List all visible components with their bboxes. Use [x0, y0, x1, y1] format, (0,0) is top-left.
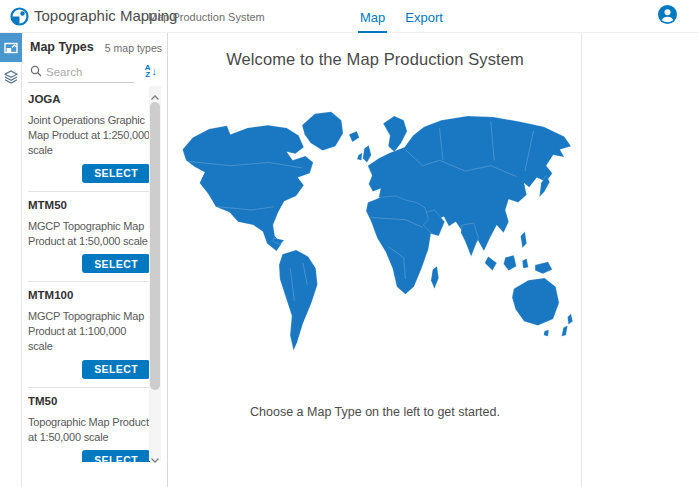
- map-type-button-row: SELECT: [28, 450, 150, 463]
- account-button[interactable]: [658, 5, 677, 24]
- map-type-item: TM50 Topographic Map Product at 1:50,000…: [28, 388, 150, 463]
- map-types-panel: Map Types 5 map types A Z ↓ JOGA Joint O…: [22, 33, 168, 487]
- sort-a-z-button[interactable]: A Z ↓: [145, 61, 157, 81]
- map-type-button-row: SELECT: [28, 254, 150, 274]
- welcome-title: Welcome to the Map Production System: [169, 50, 581, 69]
- map-type-item: MTM100 MGCP Topographic Map Product at 1…: [28, 282, 150, 388]
- welcome-panel: Welcome to the Map Production System: [169, 33, 582, 487]
- layers-icon: [4, 70, 18, 84]
- map-type-description: Joint Operations Graphic Map Product at …: [28, 113, 150, 158]
- map-type-description: MGCP Topographic Map Product at 1:100,00…: [28, 309, 150, 354]
- app-window: Topographic Mapping Map Production Syste…: [0, 0, 699, 487]
- sidebar-scrollbar[interactable]: [149, 86, 161, 461]
- map-type-item: MTM50 MGCP Topographic Map Product at 1:…: [28, 192, 150, 283]
- scroll-up-button[interactable]: [149, 86, 161, 98]
- map-type-name: JOGA: [28, 93, 150, 106]
- search-icon: [30, 65, 42, 77]
- tab-map[interactable]: Map: [358, 0, 387, 33]
- scrollbar-thumb[interactable]: [150, 102, 160, 390]
- select-button[interactable]: SELECT: [82, 164, 150, 183]
- search-field: [28, 61, 134, 83]
- scroll-down-button[interactable]: [149, 449, 161, 461]
- select-button[interactable]: SELECT: [82, 360, 150, 379]
- chevron-up-icon: [151, 95, 159, 100]
- header-tabs: Map Export: [358, 0, 445, 33]
- map-type-name: TM50: [28, 395, 150, 408]
- world-map: [177, 109, 574, 352]
- map-type-button-row: SELECT: [28, 359, 150, 379]
- account-avatar-icon: [658, 5, 677, 24]
- search-input[interactable]: [46, 66, 126, 78]
- map-type-description: MGCP Topographic Map Product at 1:50,000…: [28, 219, 150, 249]
- chevron-down-icon: [151, 458, 159, 463]
- map-types-tool-button[interactable]: [0, 33, 22, 62]
- map-type-button-row: SELECT: [28, 163, 150, 183]
- app-subtitle: Map Production System: [148, 11, 265, 23]
- app-header: Topographic Mapping Map Production Syste…: [0, 0, 699, 33]
- map-type-count: 5 map types: [105, 42, 162, 54]
- map-type-name: MTM50: [28, 199, 150, 212]
- tab-export[interactable]: Export: [403, 0, 445, 33]
- map-type-description: Topographic Map Product at 1:50,000 scal…: [28, 415, 150, 445]
- select-button[interactable]: SELECT: [82, 450, 150, 462]
- right-empty-area: [583, 33, 699, 487]
- map-type-list: JOGA Joint Operations Graphic Map Produc…: [28, 86, 150, 462]
- instruction-text: Choose a Map Type on the left to get sta…: [169, 405, 581, 419]
- a-z-sort-icon: A Z: [145, 64, 151, 78]
- panel-title: Map Types: [30, 40, 94, 54]
- map-type-name: MTM100: [28, 289, 150, 302]
- action-strip: [0, 33, 22, 487]
- sort-arrow-icon: ↓: [152, 66, 158, 77]
- layers-tool-button[interactable]: [0, 62, 22, 91]
- map-type-item: JOGA Joint Operations Graphic Map Produc…: [28, 86, 150, 192]
- select-button[interactable]: SELECT: [82, 254, 150, 273]
- map-types-icon: [4, 41, 18, 55]
- globe-logo-icon: [10, 7, 29, 26]
